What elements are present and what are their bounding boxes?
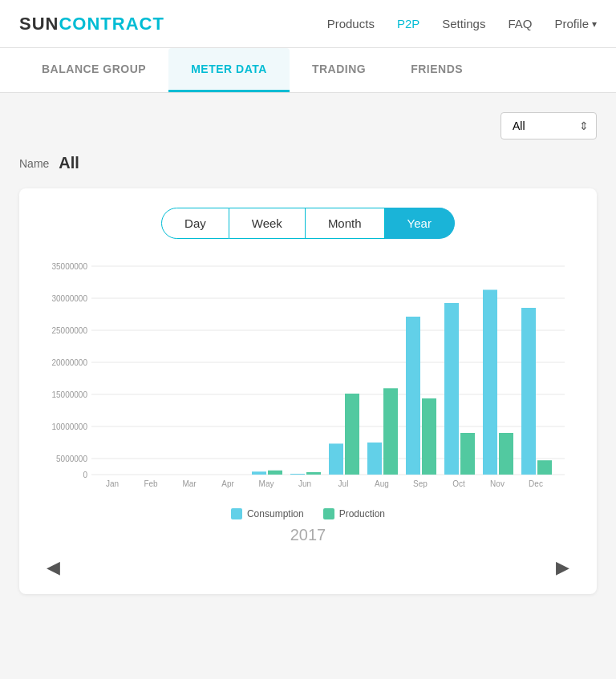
tab-trading[interactable]: TRADING xyxy=(290,48,388,92)
svg-text:Jan: Jan xyxy=(106,479,119,488)
svg-text:Nov: Nov xyxy=(490,479,505,488)
svg-text:Apr: Apr xyxy=(221,479,234,488)
svg-text:10000000: 10000000 xyxy=(52,422,88,431)
name-value: All xyxy=(59,154,79,172)
svg-text:Aug: Aug xyxy=(375,479,389,488)
legend-production-label: Production xyxy=(339,508,385,519)
svg-rect-40 xyxy=(406,317,420,475)
tab-meter-data[interactable]: METER DATA xyxy=(168,48,290,92)
svg-rect-28 xyxy=(252,471,266,475)
svg-rect-29 xyxy=(268,471,282,475)
nav-products[interactable]: Products xyxy=(327,17,375,30)
period-year[interactable]: Year xyxy=(385,208,455,239)
period-week[interactable]: Week xyxy=(229,208,306,239)
main-nav: Products P2P Settings FAQ Profile xyxy=(327,17,597,30)
svg-rect-43 xyxy=(444,303,459,475)
chart-legend: Consumption Production xyxy=(35,508,581,519)
svg-rect-38 xyxy=(383,388,398,475)
svg-text:30000000: 30000000 xyxy=(52,294,88,303)
name-row: Name All xyxy=(19,154,597,172)
svg-rect-37 xyxy=(367,443,382,475)
logo-sun: SUN xyxy=(19,14,59,34)
tab-balance-group[interactable]: BALANCE GROUP xyxy=(19,48,168,92)
svg-text:May: May xyxy=(259,479,274,488)
bar-group-sep: Sep xyxy=(406,317,436,488)
legend-consumption: Consumption xyxy=(231,508,304,519)
bar-group-apr: Apr xyxy=(221,479,234,488)
name-label: Name xyxy=(19,157,49,170)
svg-text:35000000: 35000000 xyxy=(52,262,88,271)
svg-text:Sep: Sep xyxy=(413,479,428,488)
svg-text:0: 0 xyxy=(83,471,87,479)
svg-rect-31 xyxy=(290,474,305,475)
bar-group-may: May xyxy=(252,471,282,488)
chart-area: 35000000 30000000 25000000 20000000 1500… xyxy=(35,258,581,502)
bar-group-aug: Aug xyxy=(367,388,398,488)
svg-rect-50 xyxy=(537,460,552,475)
svg-text:15000000: 15000000 xyxy=(52,390,88,399)
svg-text:5000000: 5000000 xyxy=(56,455,87,463)
bar-group-feb: Feb xyxy=(144,479,158,488)
svg-text:Mar: Mar xyxy=(182,479,197,488)
svg-rect-49 xyxy=(521,308,536,475)
content-area: All Option 1 Option 2 ⇕ Name All Day Wee… xyxy=(0,93,616,654)
chart-navigation: ◀ ▶ xyxy=(35,554,581,581)
period-day[interactable]: Day xyxy=(161,208,229,239)
nav-faq[interactable]: FAQ xyxy=(508,17,532,30)
svg-rect-44 xyxy=(460,433,475,475)
svg-text:Jun: Jun xyxy=(298,479,311,488)
period-buttons: Day Week Month Year xyxy=(35,208,581,239)
bar-chart-svg: 35000000 30000000 25000000 20000000 1500… xyxy=(43,258,573,499)
svg-text:Dec: Dec xyxy=(529,479,543,488)
tab-bar: BALANCE GROUP METER DATA TRADING FRIENDS xyxy=(0,48,616,93)
svg-rect-46 xyxy=(483,290,497,475)
svg-rect-34 xyxy=(329,443,343,475)
chart-card: Day Week Month Year xyxy=(19,188,597,594)
svg-text:Oct: Oct xyxy=(452,479,465,488)
prev-arrow-button[interactable]: ◀ xyxy=(38,554,68,581)
legend-production: Production xyxy=(323,508,385,519)
bar-group-jul: Jul xyxy=(329,394,359,488)
svg-text:25000000: 25000000 xyxy=(52,326,88,335)
svg-text:Jul: Jul xyxy=(338,479,349,488)
filter-row: All Option 1 Option 2 ⇕ xyxy=(19,112,597,139)
filter-select[interactable]: All Option 1 Option 2 xyxy=(500,112,597,139)
nav-p2p[interactable]: P2P xyxy=(397,17,419,30)
svg-rect-32 xyxy=(306,472,321,475)
legend-consumption-dot xyxy=(231,508,242,519)
nav-settings[interactable]: Settings xyxy=(442,17,485,30)
bar-group-oct: Oct xyxy=(444,303,475,488)
nav-profile[interactable]: Profile xyxy=(554,17,597,30)
legend-consumption-label: Consumption xyxy=(247,508,304,519)
svg-text:20000000: 20000000 xyxy=(52,358,88,367)
bar-group-jan: Jan xyxy=(106,479,119,488)
next-arrow-button[interactable]: ▶ xyxy=(548,554,578,581)
svg-text:Feb: Feb xyxy=(144,479,158,488)
svg-rect-35 xyxy=(345,394,359,475)
bar-group-dec: Dec xyxy=(521,308,552,488)
filter-select-wrapper: All Option 1 Option 2 ⇕ xyxy=(500,112,597,139)
bar-group-mar: Mar xyxy=(182,479,197,488)
logo-contract: CONTRACT xyxy=(59,14,164,34)
header: SUNCONTRACT Products P2P Settings FAQ Pr… xyxy=(0,0,616,48)
legend-production-dot xyxy=(323,508,334,519)
chart-year-label: 2017 xyxy=(35,526,581,544)
logo: SUNCONTRACT xyxy=(19,14,164,34)
tab-friends[interactable]: FRIENDS xyxy=(388,48,485,92)
period-month[interactable]: Month xyxy=(306,208,385,239)
svg-rect-41 xyxy=(422,398,436,475)
svg-rect-47 xyxy=(499,433,513,475)
